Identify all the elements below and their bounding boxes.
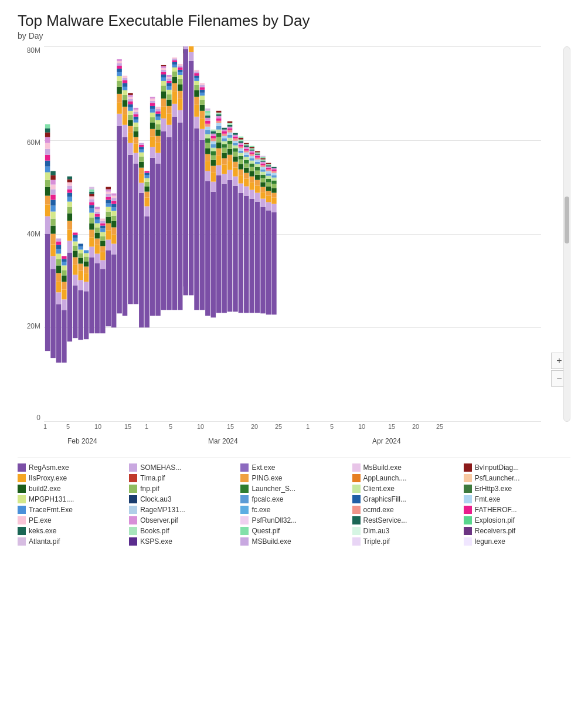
legend-item[interactable]: Dim.au3 <box>352 527 459 535</box>
svg-rect-260 <box>161 119 166 131</box>
svg-rect-16 <box>50 269 55 358</box>
svg-rect-287 <box>172 104 177 117</box>
legend-item[interactable]: IIsProxy.exe <box>18 474 124 482</box>
svg-rect-189 <box>128 126 132 133</box>
svg-rect-157 <box>111 201 116 204</box>
svg-rect-361 <box>211 192 216 318</box>
svg-rect-434 <box>233 135 237 137</box>
x-tick-mar1: 1 <box>145 423 148 430</box>
svg-rect-485 <box>250 146 254 147</box>
svg-rect-161 <box>117 126 121 313</box>
legend-item[interactable]: Clock.au3 <box>129 495 236 503</box>
legend-item[interactable]: Launcher_S... <box>240 485 347 493</box>
svg-rect-476 <box>250 161 254 164</box>
legend-item[interactable]: MSBuild.exe <box>240 537 347 546</box>
svg-rect-162 <box>117 114 121 126</box>
legend-color-swatch <box>352 485 361 493</box>
svg-rect-520 <box>266 211 271 315</box>
svg-rect-509 <box>260 172 265 175</box>
legend-label: BvInputDiag... <box>475 463 519 472</box>
svg-rect-37 <box>56 253 61 259</box>
legend-item[interactable]: Client.exe <box>352 485 459 493</box>
legend-item[interactable]: MsBuild.exe <box>352 463 459 472</box>
legend-item[interactable]: RegAsm.exe <box>18 463 124 472</box>
legend-label: MsBuild.exe <box>363 463 402 472</box>
legend-item[interactable]: PING.exe <box>240 474 347 482</box>
scrollbar-thumb[interactable] <box>565 197 569 243</box>
legend-item[interactable]: PE.exe <box>18 516 124 524</box>
chart-area <box>44 46 541 422</box>
legend-item[interactable]: Books.pif <box>129 527 236 535</box>
legend-item[interactable]: legun.exe <box>464 537 570 546</box>
svg-rect-87 <box>84 273 89 282</box>
legend-item[interactable]: RageMP131... <box>129 506 236 514</box>
svg-rect-114 <box>95 228 100 233</box>
legend-item[interactable]: fnp.pif <box>129 485 236 493</box>
legend-item[interactable]: fpcalc.exe <box>240 495 347 503</box>
svg-rect-196 <box>128 99 132 101</box>
legend-item[interactable]: MPGPH131.... <box>18 495 124 503</box>
legend-item[interactable]: Ext.exe <box>240 463 347 472</box>
bars-chart <box>44 46 541 421</box>
svg-rect-138 <box>106 217 111 224</box>
svg-rect-257 <box>155 109 160 111</box>
legend-label: ErHttp3.exe <box>475 485 512 493</box>
legend-item[interactable]: RestService... <box>352 516 459 524</box>
legend-item[interactable]: PsfLauncher... <box>464 474 570 482</box>
legend-item[interactable]: Quest.pif <box>240 527 347 535</box>
svg-rect-217 <box>139 162 144 168</box>
legend-item[interactable]: Fmt.exe <box>464 495 570 503</box>
svg-rect-223 <box>139 143 144 145</box>
svg-rect-136 <box>106 231 111 240</box>
svg-rect-218 <box>139 157 144 162</box>
legend-item[interactable]: build2.exe <box>18 485 124 493</box>
svg-rect-75 <box>73 233 77 235</box>
svg-rect-518 <box>260 157 265 158</box>
legend-item[interactable]: Explosion.pif <box>464 516 570 524</box>
legend-item[interactable]: TraceFmt.Exe <box>18 506 124 514</box>
legend-label: Receivers.pif <box>475 527 515 535</box>
svg-rect-231 <box>144 175 149 178</box>
svg-rect-326 <box>194 81 199 85</box>
x-tick-feb15: 15 <box>124 423 131 430</box>
legend-color-swatch <box>240 527 249 535</box>
legend-item[interactable]: fc.exe <box>240 506 347 514</box>
svg-rect-302 <box>178 84 182 91</box>
svg-rect-329 <box>194 73 199 76</box>
svg-rect-477 <box>250 158 254 161</box>
legend-label: AppLaunch.... <box>363 474 407 482</box>
legend-item[interactable]: AppLaunch.... <box>352 474 459 482</box>
legend-item[interactable]: ErHttp3.exe <box>464 485 570 493</box>
svg-rect-131 <box>100 224 105 226</box>
legend-item[interactable]: PsfRunDll32... <box>240 516 347 524</box>
svg-rect-339 <box>200 93 205 96</box>
legend-color-swatch <box>129 463 137 472</box>
scrollbar[interactable] <box>563 46 570 422</box>
svg-rect-442 <box>239 156 243 160</box>
legend-item[interactable]: keks.exe <box>18 527 124 535</box>
legend-label: fpcalc.exe <box>251 495 283 503</box>
legend-item[interactable]: GraphicsFill... <box>352 495 459 503</box>
svg-rect-409 <box>227 155 232 161</box>
svg-rect-213 <box>139 193 144 328</box>
legend-color-swatch <box>240 495 249 503</box>
svg-rect-230 <box>144 178 149 182</box>
legend-item[interactable]: KSPS.exe <box>129 537 236 546</box>
legend-item[interactable]: Triple.pif <box>352 537 459 546</box>
legend-item[interactable]: SOMEHAS... <box>129 463 236 472</box>
svg-rect-93 <box>89 257 94 333</box>
svg-rect-43 <box>62 299 66 310</box>
svg-rect-469 <box>250 199 254 313</box>
legend-item[interactable]: Atlanta.pif <box>18 537 124 546</box>
legend-item[interactable]: FATHEROF... <box>464 506 570 514</box>
legend-item[interactable]: Observer.pif <box>129 516 236 524</box>
svg-rect-288 <box>172 92 177 104</box>
legend-item[interactable]: Receivers.pif <box>464 527 570 535</box>
legend-item[interactable]: Tima.pif <box>129 474 236 482</box>
svg-rect-12 <box>45 137 50 143</box>
legend-item[interactable]: ocmd.exe <box>352 506 459 514</box>
svg-rect-427 <box>233 152 237 157</box>
legend-item[interactable]: BvInputDiag... <box>464 463 570 472</box>
legend-color-swatch <box>464 537 472 546</box>
svg-rect-538 <box>271 198 276 204</box>
